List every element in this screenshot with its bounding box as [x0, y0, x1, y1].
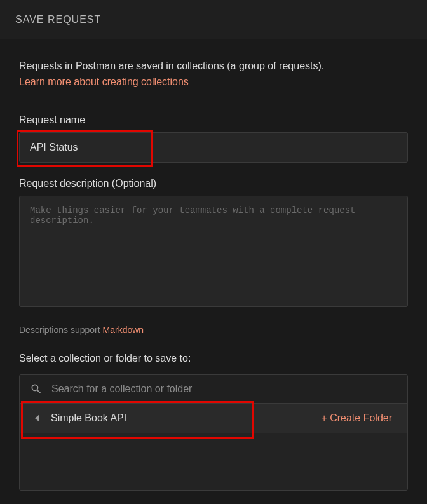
markdown-link[interactable]: Markdown: [103, 325, 144, 335]
collection-panel: Simple Book API + Create Folder: [19, 374, 408, 491]
create-folder-button[interactable]: + Create Folder: [321, 412, 392, 424]
collection-left: Simple Book API: [35, 412, 126, 424]
request-description-label: Request description (Optional): [19, 178, 408, 189]
request-name-input[interactable]: [19, 132, 408, 163]
collection-body: [20, 433, 407, 490]
request-name-label: Request name: [19, 114, 408, 126]
description-support: Descriptions support Markdown: [19, 325, 408, 335]
search-row: [20, 375, 407, 404]
request-name-wrapper: [19, 132, 408, 163]
description-support-text: Descriptions support: [19, 325, 103, 335]
request-description-input[interactable]: [19, 196, 408, 307]
collection-search-input[interactable]: [51, 383, 397, 395]
collection-row[interactable]: Simple Book API + Create Folder: [20, 404, 407, 433]
dialog-title: SAVE REQUEST: [15, 14, 412, 25]
search-icon: [30, 383, 43, 395]
dialog-header: SAVE REQUEST: [0, 0, 427, 39]
arrow-left-icon: [35, 414, 39, 422]
collection-name: Simple Book API: [51, 412, 126, 424]
intro-text: Requests in Postman are saved in collect…: [19, 58, 408, 74]
learn-more-link[interactable]: Learn more about creating collections: [19, 76, 189, 88]
dialog-content: Requests in Postman are saved in collect…: [0, 39, 427, 491]
select-collection-label: Select a collection or folder to save to…: [19, 353, 408, 364]
